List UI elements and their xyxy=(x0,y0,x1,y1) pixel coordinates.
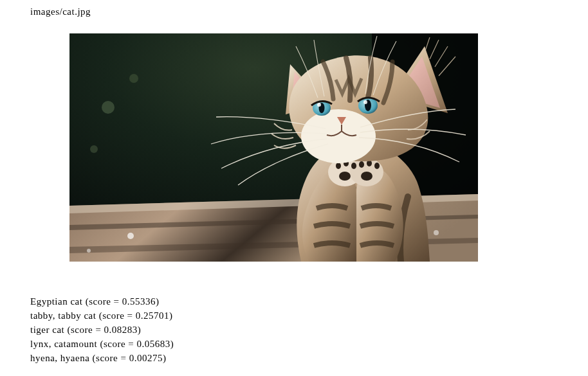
svg-point-3 xyxy=(90,145,98,153)
svg-point-15 xyxy=(374,163,380,169)
result-line: tiger cat (score = 0.08283) xyxy=(30,323,174,337)
image-path-label: images/cat.jpg xyxy=(30,6,91,17)
svg-point-7 xyxy=(434,230,439,235)
svg-point-2 xyxy=(102,101,115,114)
result-line: lynx, catamount (score = 0.05683) xyxy=(30,337,174,351)
svg-point-4 xyxy=(129,74,138,83)
svg-point-21 xyxy=(317,103,321,107)
classification-results: Egyptian cat (score = 0.55336) tabby, ta… xyxy=(30,294,174,365)
svg-point-16 xyxy=(339,172,351,181)
svg-point-12 xyxy=(351,163,356,169)
svg-point-17 xyxy=(361,172,372,181)
svg-point-13 xyxy=(359,161,364,168)
result-line: tabby, tabby cat (score = 0.25701) xyxy=(30,309,174,323)
svg-point-10 xyxy=(336,163,341,169)
result-line: hyena, hyaena (score = 0.00275) xyxy=(30,351,174,365)
result-line: Egyptian cat (score = 0.55336) xyxy=(30,294,174,309)
cat-image-illustration xyxy=(69,33,478,262)
svg-point-6 xyxy=(87,249,91,253)
svg-point-5 xyxy=(127,233,134,239)
classified-image xyxy=(69,33,478,262)
svg-point-24 xyxy=(363,100,367,104)
